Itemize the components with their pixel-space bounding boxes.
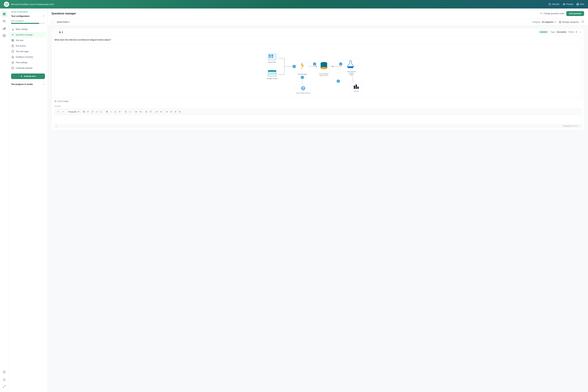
more-options-button[interactable]: ···	[579, 30, 581, 34]
svg-point-14	[4, 35, 4, 36]
question-text: What does the reference architecture dia…	[54, 38, 581, 41]
svg-rect-32	[12, 67, 14, 68]
svg-text:Azure Database: Azure Database	[319, 73, 329, 74]
ordered-list-button[interactable]: ≡▾	[155, 110, 158, 114]
diagram-svg: Event Hubs Storage Account	[58, 48, 577, 94]
answer-section: Answer ↩ ↪ Paragraph Heading 1 Heading 2	[54, 105, 581, 128]
svg-rect-46	[269, 57, 271, 58]
justify-button[interactable]	[178, 110, 182, 114]
insert-video-button[interactable]	[86, 110, 90, 114]
svg-point-40	[582, 21, 584, 22]
nav-icon-help[interactable]	[1, 369, 7, 375]
manage-categories-icon	[559, 21, 561, 23]
highlight-button[interactable]: ✏▾	[138, 110, 142, 114]
image-icon	[83, 111, 85, 113]
svg-text:2: 2	[302, 77, 303, 78]
questions-manager-header: Questions manager Change questions order…	[48, 8, 588, 19]
nav-icon-dashboard[interactable]	[1, 11, 7, 17]
preview-button[interactable]: Preview	[563, 3, 573, 6]
collapse-icon[interactable]	[42, 15, 45, 17]
category-section: Category All categories	[532, 21, 556, 23]
nav-icon-expand[interactable]	[1, 384, 7, 390]
align-right-button[interactable]	[174, 110, 178, 114]
svg-rect-27	[13, 40, 14, 41]
search-button[interactable]	[582, 20, 584, 24]
svg-rect-5	[577, 4, 578, 5]
superscript-button[interactable]: X²	[118, 110, 122, 114]
sidebar-label-time-settings: Time settings	[16, 62, 27, 64]
align-right-icon	[174, 111, 176, 113]
emoji-button[interactable]: ☺	[128, 110, 132, 114]
insert-image-button[interactable]	[82, 110, 86, 114]
manage-categories-button[interactable]: Manage categories	[559, 21, 579, 23]
svg-text:3: 3	[314, 63, 315, 65]
nav-icon-users[interactable]	[1, 18, 7, 24]
editor-footer: p POWERED BY TINY	[54, 124, 581, 128]
logo	[4, 2, 9, 7]
nav-icon-analytics[interactable]	[1, 26, 7, 31]
svg-text:Azure Cognitive Services: Azure Cognitive Services	[296, 92, 310, 94]
sidebar-item-test-access[interactable]: Test access	[10, 43, 46, 49]
nav-icon-export[interactable]	[1, 376, 7, 382]
align-left-button[interactable]	[165, 110, 169, 114]
svg-point-10	[3, 20, 4, 21]
sidebar-item-test-start-page[interactable]: Test start page	[10, 49, 46, 54]
questions-list: Q. 1 GENERIC Type Descriptive Points 2 ·…	[48, 26, 588, 392]
points-value: 2	[576, 31, 577, 33]
special-chars-button[interactable]: Ω	[124, 110, 128, 114]
question-badge: GENERIC	[538, 31, 549, 34]
sidebar-label-grading-summary: Grading & summary	[16, 56, 33, 58]
sidebar-item-test-sets[interactable]: Test sets	[10, 38, 46, 43]
redo-button[interactable]: ↪	[61, 110, 65, 114]
editor-content[interactable]	[54, 115, 581, 124]
test-start-page-icon	[12, 50, 14, 53]
question-checkbox[interactable]	[54, 31, 57, 33]
svg-rect-100	[356, 84, 357, 89]
architecture-diagram: Event Hubs Storage Account	[54, 44, 581, 98]
resize-icon[interactable]	[578, 126, 580, 127]
bold-button[interactable]: B	[105, 110, 109, 114]
subscript-button[interactable]: X₂	[114, 110, 118, 114]
activate-test-button[interactable]: Activate test	[11, 74, 45, 79]
header-left: Microsoft Certified: Azure Fundamentals …	[4, 2, 54, 7]
paragraph-select[interactable]: Paragraph Heading 1 Heading 2	[67, 110, 80, 113]
main-content: Questions manager Change questions order…	[48, 8, 588, 392]
svg-point-22	[12, 35, 12, 35]
insert-link-button[interactable]	[90, 110, 94, 114]
sidebar-item-basic-settings[interactable]: Basic settings	[10, 26, 46, 32]
points-label: Points	[568, 31, 574, 33]
sidebar-item-questions-manager[interactable]: Questions manager	[10, 32, 46, 38]
type-label: Type	[550, 31, 555, 33]
progress-results-section: Test progress & results	[8, 81, 48, 88]
insert-formula-button[interactable]: √x	[95, 110, 99, 114]
align-center-button[interactable]	[169, 110, 173, 114]
questions-count: QUESTIONS 1	[57, 21, 70, 23]
unordered-list-button[interactable]: ≡▾	[159, 110, 163, 114]
outdent-button[interactable]	[144, 110, 148, 114]
answer-label: Answer	[54, 105, 581, 107]
svg-rect-28	[12, 46, 14, 47]
sidebar-item-grading-summary[interactable]: Grading & summary	[10, 54, 46, 60]
progress-results-header[interactable]: Test progress & results	[11, 83, 45, 86]
change-order-button[interactable]: Change questions order	[540, 12, 564, 15]
sort-icon	[540, 12, 542, 15]
question-card: Q. 1 GENERIC Type Descriptive Points 2 ·…	[52, 28, 584, 131]
sidebar-item-certificate-template[interactable]: Certificate template	[10, 65, 46, 71]
svg-rect-13	[3, 28, 4, 30]
select-all-checkbox[interactable]	[52, 21, 54, 23]
video-icon	[87, 111, 89, 113]
test-info-button[interactable]: Test info	[548, 3, 560, 6]
indent-button[interactable]	[149, 110, 152, 114]
add-question-button[interactable]: Add question	[566, 11, 584, 16]
zoom-image-button[interactable]: Zoom image	[54, 100, 581, 102]
svg-rect-25	[13, 39, 14, 40]
sidebar-item-time-settings[interactable]: Time settings	[10, 60, 46, 65]
italic-button[interactable]: I	[109, 110, 113, 114]
print-button[interactable]: Print	[576, 3, 584, 6]
font-color-button[interactable]: A	[134, 110, 138, 114]
svg-point-74	[320, 67, 327, 69]
insert-code-button[interactable]: { }	[99, 110, 103, 114]
nav-icon-settings[interactable]	[1, 33, 7, 38]
undo-button[interactable]: ↩	[56, 110, 60, 114]
category-dropdown[interactable]: All categories	[542, 21, 556, 23]
